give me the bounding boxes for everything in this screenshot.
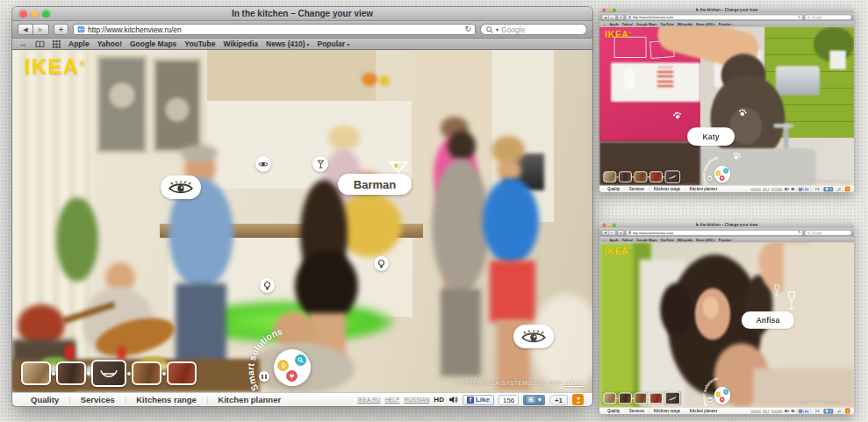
- bookmark-wikipedia[interactable]: Wikipedia: [678, 238, 692, 242]
- ikea-logo[interactable]: IKEA®: [25, 55, 85, 79]
- smart-dot-favorite[interactable]: [720, 397, 725, 402]
- odnoklassniki-icon[interactable]: [572, 394, 584, 405]
- expand-arrows-icon[interactable]: ↔: [603, 238, 606, 241]
- odnoklassniki-icon[interactable]: [845, 408, 850, 413]
- pause-button[interactable]: [707, 175, 712, 181]
- view-thumbnail[interactable]: [634, 392, 647, 404]
- bookmark-news-folder[interactable]: News (410)▾: [696, 22, 715, 26]
- browser-window-anfisa[interactable]: In the kitchen – Change your view ◀▶ + h…: [599, 222, 854, 414]
- bookmark-popular-folder[interactable]: Popular▾: [719, 22, 733, 26]
- smart-dot-search[interactable]: [295, 354, 306, 366]
- back-button[interactable]: ◀: [602, 230, 609, 235]
- bookmark-wikipedia[interactable]: Wikipedia: [678, 22, 692, 26]
- vk-like-button[interactable]: В♥: [823, 408, 833, 413]
- view-thumbnail[interactable]: [649, 392, 663, 404]
- address-bar[interactable]: http://www.kitchenview.ru/en ↻: [626, 15, 802, 20]
- add-bookmark-button[interactable]: +: [54, 24, 68, 35]
- idea-hotspot[interactable]: [260, 278, 275, 293]
- facebook-like-button[interactable]: fLike: [463, 395, 494, 405]
- russian-link[interactable]: RUSSIAN: [771, 410, 783, 412]
- view-thumbnail-current[interactable]: [665, 391, 681, 404]
- address-bar[interactable]: http://www.kitchenview.ru/en ↻: [626, 230, 802, 235]
- bookmark-youtube[interactable]: YouTube: [184, 39, 215, 48]
- hotspot-label-katy[interactable]: Katy: [687, 127, 735, 146]
- bookmark-apple[interactable]: Apple: [609, 22, 618, 26]
- forward-button[interactable]: ▶: [33, 24, 49, 35]
- eye-hotspot[interactable]: [513, 325, 554, 348]
- view-thumbnail[interactable]: [634, 171, 647, 182]
- bookmark-apple[interactable]: Apple: [68, 39, 90, 48]
- bookmark-google-maps[interactable]: Google Maps: [636, 22, 656, 26]
- bookmark-yahoo[interactable]: Yahoo!: [97, 39, 122, 48]
- footer-nav-kitchens-range[interactable]: Kitchens range: [649, 409, 685, 413]
- window-titlebar[interactable]: In the kitchen – Change your view: [599, 222, 854, 229]
- add-bookmark-button[interactable]: +: [618, 15, 624, 20]
- hd-toggle[interactable]: HD: [785, 187, 789, 190]
- odnoklassniki-icon[interactable]: [845, 186, 850, 191]
- search-field[interactable]: ▾ Google: [480, 24, 587, 35]
- browser-window-katy[interactable]: In the kitchen – Change your view ◀▶ + h…: [599, 7, 854, 192]
- drink-hotspot[interactable]: [312, 156, 328, 172]
- google-plus-one-button[interactable]: +1: [835, 187, 843, 192]
- footer-nav-quality[interactable]: Quality: [603, 187, 624, 191]
- smart-dot-favorite[interactable]: [720, 175, 725, 181]
- view-thumbnail[interactable]: [619, 392, 632, 404]
- bookmarks-book-icon[interactable]: [35, 40, 45, 48]
- help-link[interactable]: HELP: [763, 410, 769, 412]
- footer-nav-kitchen-planner[interactable]: Kitchen planner: [208, 395, 291, 404]
- view-thumbnail[interactable]: [167, 361, 197, 385]
- add-bookmark-button[interactable]: +: [618, 230, 624, 235]
- smart-dot-search[interactable]: [723, 390, 728, 395]
- help-link[interactable]: HELP: [763, 188, 769, 190]
- bookmark-yahoo[interactable]: Yahoo!: [622, 238, 633, 242]
- hotspot-label-anfisa[interactable]: Anfisa: [742, 311, 794, 329]
- legal-link[interactable]: LEGAL: [842, 402, 850, 404]
- speaker-icon[interactable]: [448, 396, 458, 404]
- speaker-icon[interactable]: [791, 409, 795, 412]
- footer-nav-kitchen-planner[interactable]: Kitchen planner: [685, 409, 721, 413]
- back-button[interactable]: ◀: [602, 15, 609, 20]
- smart-solutions-button[interactable]: [714, 387, 730, 404]
- google-plus-one-button[interactable]: +1: [835, 408, 843, 413]
- smart-dot-favorite[interactable]: [286, 370, 298, 382]
- idea-hotspot[interactable]: [374, 256, 389, 271]
- ikea-ru-link[interactable]: IKEA.RU: [751, 410, 761, 412]
- facebook-like-button[interactable]: fLike: [797, 408, 811, 413]
- video-scene-party[interactable]: IKEA® Barman Smart sol: [12, 50, 592, 392]
- view-thumbnail-current[interactable]: [665, 170, 681, 182]
- hd-toggle[interactable]: HD: [785, 409, 789, 412]
- footer-nav-quality[interactable]: Quality: [603, 409, 624, 413]
- top-sites-grid-icon[interactable]: [53, 40, 61, 48]
- reload-icon[interactable]: ↻: [798, 231, 800, 234]
- speaker-icon[interactable]: [791, 187, 795, 190]
- footer-nav-services[interactable]: Services: [625, 409, 649, 413]
- ikea-logo[interactable]: IKEA®: [605, 245, 631, 256]
- search-field[interactable]: Google: [805, 15, 852, 20]
- view-thumbnail[interactable]: [619, 171, 632, 182]
- video-scene-dancer[interactable]: IKEA® Anfisa Smart solutions © INTER IKE…: [599, 243, 854, 408]
- vk-like-button[interactable]: В♥: [823, 187, 833, 192]
- footer-nav-kitchen-planner[interactable]: Kitchen planner: [685, 187, 721, 191]
- bookmark-apple[interactable]: Apple: [609, 238, 618, 242]
- ikea-logo[interactable]: IKEA®: [605, 30, 631, 41]
- search-field[interactable]: Google: [805, 230, 852, 235]
- hd-toggle[interactable]: HD: [434, 396, 444, 404]
- smart-solutions-button[interactable]: [274, 349, 311, 386]
- smart-dot-idea[interactable]: [277, 360, 289, 371]
- ikea-ru-link[interactable]: IKEA.RU: [751, 188, 761, 190]
- reload-icon[interactable]: ↻: [464, 25, 471, 33]
- reload-icon[interactable]: ↻: [798, 16, 800, 19]
- smart-solutions-button[interactable]: [714, 166, 730, 182]
- russian-link[interactable]: RUSSIAN: [404, 397, 429, 403]
- google-plus-one-button[interactable]: +1: [549, 395, 568, 405]
- footer-nav-kitchens-range[interactable]: Kitchens range: [126, 395, 206, 404]
- view-thumbnail[interactable]: [649, 171, 663, 182]
- footer-nav-kitchens-range[interactable]: Kitchens range: [649, 187, 685, 191]
- view-thumbnail[interactable]: [603, 171, 616, 182]
- search-options-arrow-icon[interactable]: ▾: [496, 26, 499, 32]
- help-link[interactable]: HELP: [384, 397, 399, 403]
- view-thumbnail[interactable]: [56, 361, 86, 385]
- bookmark-popular-folder[interactable]: Popular▾: [719, 238, 733, 242]
- footer-nav-services[interactable]: Services: [625, 187, 649, 191]
- legal-link[interactable]: LEGAL: [563, 380, 584, 386]
